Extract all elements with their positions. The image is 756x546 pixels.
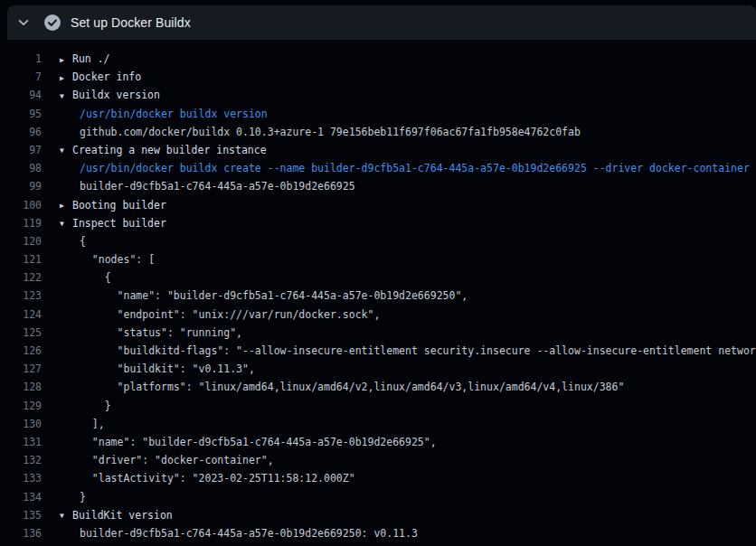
log-line-94[interactable]: 94▼Buildx version [0,86,756,104]
log-line-136: 136builder-d9cfb5a1-c764-445a-a57e-0b19d… [0,524,756,542]
log-line-127: 127 "buildkit": "v0.11.3", [0,360,756,378]
group-expanded-marker-icon[interactable]: ▼ [60,215,72,232]
log-line-95: 95/usr/bin/docker buildx version [0,105,756,123]
line-number[interactable]: 123 [0,287,42,305]
line-number[interactable]: 99 [0,177,42,195]
log-line-96: 96github.com/docker/buildx 0.10.3+azure-… [0,123,756,141]
log-text: "lastActivity": "2023-02-25T11:58:12.000… [80,472,355,485]
log-text: "name": "builder-d9cfb5a1-c764-445a-a57e… [80,289,468,302]
line-number[interactable]: 130 [0,415,42,433]
line-number[interactable]: 135 [0,506,42,524]
log-text: "endpoint": "unix:///var/run/docker.sock… [80,308,380,321]
log-text: /usr/bin/docker buildx create --name bui… [80,162,750,174]
line-number[interactable]: 100 [0,196,42,214]
line-number[interactable]: 128 [0,378,42,396]
log-text: builder-d9cfb5a1-c764-445a-a57e-0b19d2e6… [80,527,418,540]
log-text: Inspect builder [72,217,166,230]
line-number[interactable]: 124 [0,306,42,324]
line-number[interactable]: 1 [0,50,42,68]
log-line-97[interactable]: 97▼Creating a new builder instance [0,141,756,159]
log-line-125: 125 "status": "running", [0,324,756,342]
log-text: "name": "builder-d9cfb5a1-c764-445a-a57e… [80,436,437,448]
log-viewer: 1▶Run ./7▶Docker info94▼Buildx version95… [0,50,756,546]
line-number[interactable]: 129 [0,397,42,415]
log-line-124: 124 "endpoint": "unix:///var/run/docker.… [0,306,756,324]
log-line-134: 134} [0,488,756,506]
log-line-129: 129 } [0,397,756,415]
log-text: Run ./ [72,52,110,65]
log-line-130: 130 ], [0,415,756,433]
log-text: Buildx version [72,89,160,101]
log-text: } [80,400,111,412]
log-line-135[interactable]: 135▼BuildKit version [0,506,756,524]
line-number[interactable]: 98 [0,159,42,177]
check-circle-icon [43,14,61,32]
line-number[interactable]: 121 [0,250,42,268]
line-number[interactable]: 96 [0,123,42,141]
log-line-120: 120{ [0,232,756,250]
line-number[interactable]: 132 [0,451,42,469]
line-number[interactable]: 97 [0,141,42,159]
line-number[interactable]: 120 [0,232,42,250]
log-text: { [80,235,86,248]
group-collapsed-marker-icon[interactable]: ▶ [60,52,72,69]
log-line-99: 99builder-d9cfb5a1-c764-445a-a57e-0b19d2… [0,177,756,195]
log-line-98: 98/usr/bin/docker buildx create --name b… [0,159,756,177]
line-number[interactable]: 131 [0,433,42,451]
log-text: /usr/bin/docker buildx version [80,108,268,120]
group-collapsed-marker-icon[interactable]: ▶ [60,197,72,214]
log-line-1[interactable]: 1▶Run ./ [0,50,756,68]
log-text: "nodes": [ [80,253,155,266]
line-number[interactable]: 136 [0,524,42,542]
log-line-132: 132 "driver": "docker-container", [0,451,756,469]
log-text: "buildkit": "v0.11.3", [80,362,255,375]
log-text: "platforms": "linux/amd64,linux/amd64/v2… [80,381,624,393]
log-text: github.com/docker/buildx 0.10.3+azure-1 … [80,126,581,138]
chevron-down-icon[interactable] [14,14,33,32]
line-number[interactable]: 122 [0,268,42,287]
log-line-128: 128 "platforms": "linux/amd64,linux/amd6… [0,378,756,396]
group-expanded-marker-icon[interactable]: ▼ [60,142,72,159]
log-text: "buildkitd-flags": "--allow-insecure-ent… [80,344,756,357]
log-line-126: 126 "buildkitd-flags": "--allow-insecure… [0,342,756,360]
log-line-123: 123 "name": "builder-d9cfb5a1-c764-445a-… [0,287,756,305]
log-line-121: 121 "nodes": [ [0,250,756,268]
line-number[interactable]: 134 [0,488,42,506]
log-text: Booting builder [72,199,166,212]
line-number[interactable]: 126 [0,342,42,360]
log-text: Creating a new builder instance [72,144,267,156]
group-expanded-marker-icon[interactable]: ▼ [60,88,72,105]
log-text: } [80,491,86,504]
log-text: ], [80,418,105,430]
log-line-131: 131 "name": "builder-d9cfb5a1-c764-445a-… [0,433,756,451]
log-text: "driver": "docker-container", [80,454,274,466]
line-number[interactable]: 7 [0,68,42,86]
step-header[interactable]: Set up Docker Buildx [7,5,756,40]
log-text: Docker info [72,71,141,83]
line-number[interactable]: 133 [0,469,42,487]
group-expanded-marker-icon[interactable]: ▼ [60,507,72,524]
log-line-133: 133 "lastActivity": "2023-02-25T11:58:12… [0,469,756,487]
log-line-122: 122 { [0,268,756,287]
log-line-119[interactable]: 119▼Inspect builder [0,214,756,232]
log-text: BuildKit version [72,509,173,522]
line-number[interactable]: 94 [0,86,42,104]
line-number[interactable]: 119 [0,214,42,232]
line-number[interactable]: 127 [0,360,42,378]
log-line-7[interactable]: 7▶Docker info [0,68,756,86]
step-title: Set up Docker Buildx [71,15,191,30]
log-line-100[interactable]: 100▶Booting builder [0,196,756,214]
group-collapsed-marker-icon[interactable]: ▶ [60,70,72,87]
log-text: { [80,271,111,284]
line-number[interactable]: 125 [0,324,42,342]
line-number[interactable]: 95 [0,105,42,123]
log-text: builder-d9cfb5a1-c764-445a-a57e-0b19d2e6… [80,180,355,193]
log-text: "status": "running", [80,326,242,339]
